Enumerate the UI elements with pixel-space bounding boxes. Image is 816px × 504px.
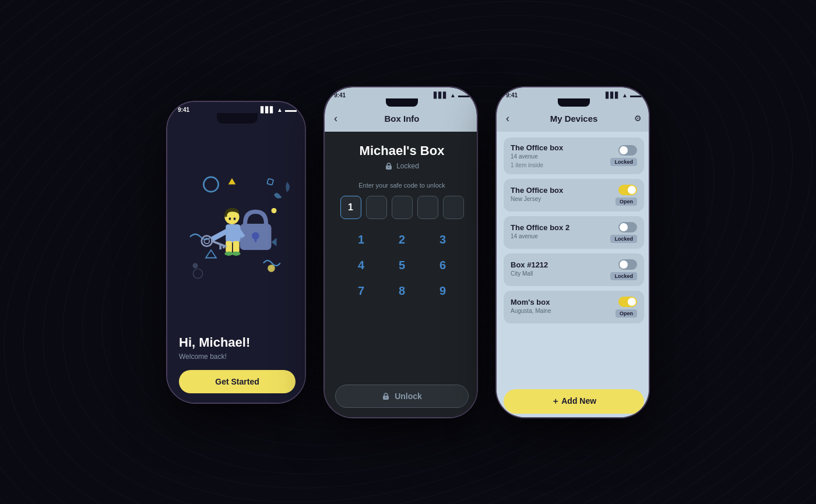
status-bar-2: 9:41 ▋▋▋ ▲ ▬▬ [334,87,470,98]
device-status-5: Open [615,309,637,318]
unlock-icon [382,392,390,400]
device-name-2: The Office box [511,186,615,195]
device-toggle-4[interactable] [618,259,637,270]
device-card-3[interactable]: The Office box 2 14 avenue Locked [504,216,644,249]
num-btn-2[interactable]: 2 [391,231,414,249]
greeting-text: Hi, Michael! [179,335,296,350]
svg-point-21 [268,265,275,272]
num-btn-9[interactable]: 9 [431,282,455,301]
code-box-5[interactable] [443,196,464,219]
box-info-topbar: 9:41 ▋▋▋ ▲ ▬▬ ‹ Box Info [325,87,477,132]
box-info-body: Michael's Box Locked Enter your safe cod… [325,132,477,418]
device-address-2: New Jersey [511,196,615,202]
box-status-row: Locked [335,162,469,170]
device-status-4: Locked [610,272,637,280]
svg-rect-19 [219,245,221,249]
notch-1 [217,113,258,124]
svg-rect-28 [621,149,626,152]
status-time-1: 9:41 [178,107,189,113]
svg-rect-13 [233,241,240,253]
svg-point-16 [202,236,212,246]
device-toggle-5[interactable] [618,297,637,307]
lock-icon-toggle-1 [620,146,627,153]
device-status-2: Open [615,198,637,206]
svg-rect-29 [630,188,635,192]
svg-rect-11 [226,224,240,243]
code-box-2[interactable] [366,196,387,219]
add-new-button[interactable]: ＋ Add New [504,389,644,414]
back-button-3[interactable]: ‹ [506,112,509,125]
svg-point-23 [193,269,202,278]
notch-2 [380,98,424,110]
numpad-row-2: 4 5 6 [335,256,469,275]
lock-icon [385,162,393,170]
svg-point-25 [388,166,390,168]
code-box-1[interactable]: 1 [340,196,361,219]
svg-rect-12 [226,241,232,253]
num-btn-5[interactable]: 5 [391,256,414,275]
phone-my-devices: 9:41 ▋▋▋ ▲ ▬▬ ‹ My Devices ⚙ [495,86,650,418]
safe-code-label: Enter your safe code to unlock [335,182,469,189]
gear-icon[interactable]: ⚙ [634,114,642,123]
device-card-4[interactable]: Box #1212 City Mall Locked [504,253,644,286]
status-icons-1: ▋▋▋ ▲ ▬▬ [261,107,297,113]
welcome-screen: 9:41 ▋▋▋ ▲ ▬▬ [167,102,305,404]
device-name-5: Mom's box [511,298,615,306]
svg-rect-30 [621,225,626,229]
num-btn-4[interactable]: 4 [350,256,373,275]
num-btn-1[interactable]: 1 [350,231,373,249]
svg-point-14 [224,252,233,256]
svg-point-3 [272,208,277,213]
num-btn-3[interactable]: 3 [431,231,455,249]
device-status-3: Locked [610,235,637,243]
device-address-1: 14 avenue [511,153,610,160]
device-items-1: 1 item inside [511,162,610,168]
code-input-area[interactable]: 1 [335,196,469,219]
device-address-4: City Mall [511,270,610,277]
device-toggle-1[interactable] [618,145,637,156]
welcome-bottom: Hi, Michael! Welcome back! Get Started [167,335,305,404]
svg-rect-20 [223,245,225,248]
svg-rect-9 [229,217,231,220]
code-box-3[interactable] [392,196,413,219]
num-btn-8[interactable]: 8 [391,282,414,301]
status-bar-3: 9:41 ▋▋▋ ▲ ▬▬ [506,87,642,98]
device-card-2[interactable]: The Office box New Jersey Open [504,179,644,212]
box-name-title: Michael's Box [335,143,469,158]
lock-icon-toggle-2 [629,185,636,192]
devices-list: The Office box 14 avenue 1 item inside [497,132,649,383]
lock-icon-toggle-3 [620,223,627,230]
box-info-title: Box Info [385,114,420,124]
svg-point-22 [193,263,198,269]
svg-rect-31 [621,263,626,266]
devices-nav: ‹ My Devices ⚙ [506,110,642,126]
status-bar-1: 9:41 ▋▋▋ ▲ ▬▬ [167,102,305,113]
get-started-button[interactable]: Get Started [179,370,296,393]
subtitle-text: Welcome back! [179,353,296,361]
device-card-5[interactable]: Mom's box Augusta, Maine Open [504,291,644,323]
device-toggle-3[interactable] [618,222,637,232]
notch-3 [552,98,596,110]
back-button-2[interactable]: ‹ [334,112,337,125]
illustration-area [167,124,305,335]
numpad-row-1: 1 2 3 [335,231,469,249]
device-name-3: The Office box 2 [511,223,610,232]
num-btn-7[interactable]: 7 [350,282,373,301]
numpad-row-3: 7 8 9 [335,282,469,301]
unlock-button[interactable]: Unlock [335,385,469,408]
my-devices-screen: 9:41 ▋▋▋ ▲ ▬▬ ‹ My Devices ⚙ [497,87,649,418]
svg-point-27 [385,396,387,398]
phone-welcome: 9:41 ▋▋▋ ▲ ▬▬ [166,101,306,404]
device-toggle-2[interactable] [618,185,637,195]
device-name-1: The Office box [511,143,610,152]
device-card-1[interactable]: The Office box 14 avenue 1 item inside [504,138,644,174]
code-box-4[interactable] [417,196,438,219]
box-info-nav: ‹ Box Info [334,110,470,126]
svg-rect-32 [630,300,635,304]
numpad: 1 2 3 4 5 6 7 8 9 [335,231,469,375]
phones-container: 9:41 ▋▋▋ ▲ ▬▬ [166,86,650,418]
svg-rect-2 [267,178,273,185]
num-btn-6[interactable]: 6 [431,256,455,275]
my-devices-title: My Devices [550,114,598,124]
lock-icon-toggle-5 [629,297,636,304]
